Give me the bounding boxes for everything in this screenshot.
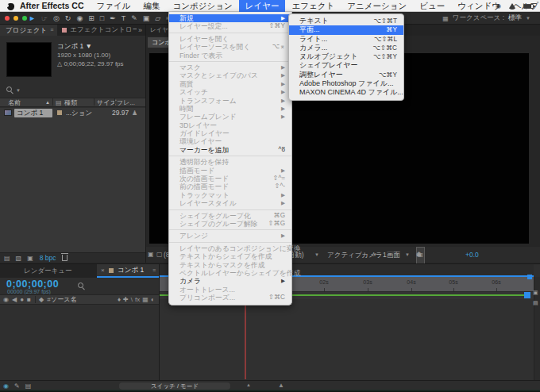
pen-tool-icon[interactable]: ✒ bbox=[110, 14, 116, 22]
av-feature-icons[interactable]: ◉◀●■ bbox=[3, 295, 31, 304]
clone-stamp-tool-icon[interactable]: ▣ bbox=[143, 14, 150, 22]
column-divider[interactable] bbox=[114, 98, 115, 106]
column-divider[interactable] bbox=[94, 98, 94, 106]
layer-menu-item[interactable]: レイヤーを開く bbox=[169, 35, 291, 43]
layer-menu-item[interactable]: 描画モード▶ bbox=[169, 167, 291, 175]
number-sign-icon[interactable]: # bbox=[47, 296, 50, 303]
new-comp-icon[interactable]: ▣ bbox=[27, 255, 33, 262]
menubar-item[interactable]: コンポジション bbox=[167, 0, 239, 12]
layer-menu-item[interactable]: 時間▶ bbox=[169, 105, 291, 113]
new-submenu-item[interactable]: シェイプレイヤー bbox=[289, 61, 403, 70]
comp-end-marker[interactable] bbox=[524, 292, 530, 298]
zoom-mountain-icon[interactable]: ▲ bbox=[278, 382, 284, 389]
show-snapshot-icon[interactable]: ▢ bbox=[156, 247, 163, 263]
label-color-swatch[interactable] bbox=[57, 110, 62, 115]
layer-menu-item[interactable]: マーカーを追加^8 bbox=[169, 146, 291, 154]
label-color-icon[interactable]: ◆ bbox=[39, 296, 44, 303]
screen-mirroring-icon[interactable]: ◉ bbox=[496, 2, 501, 10]
new-submenu-item[interactable]: ライト...⌥⇧⌘L bbox=[289, 35, 403, 44]
tab-render-queue[interactable]: レンダーキュー bbox=[24, 264, 72, 278]
new-submenu-item[interactable]: 平面...⌘Y bbox=[289, 25, 403, 34]
quality-icon[interactable]: \ bbox=[131, 296, 133, 303]
comp-marker-bin-icon[interactable]: ▣ bbox=[533, 290, 538, 296]
menubar-item[interactable]: After Effects CC bbox=[14, 0, 91, 12]
new-submenu-item[interactable]: MAXON CINEMA 4D ファイル... bbox=[289, 88, 403, 97]
layer-menu-item[interactable]: 新規▶ bbox=[169, 14, 291, 22]
layer-menu-item[interactable]: シェイプをグループ化⌘G bbox=[169, 212, 291, 220]
layer-menu-item[interactable]: トラックマット▶ bbox=[169, 191, 291, 199]
timeline-search-icon[interactable] bbox=[78, 282, 85, 290]
tab-overflow-indicator[interactable]: » bbox=[138, 25, 142, 36]
work-area-end-marker[interactable] bbox=[527, 275, 532, 279]
camera-tool-icon[interactable]: ◉ bbox=[76, 14, 83, 22]
zoom-window-button[interactable] bbox=[22, 16, 27, 21]
comp-item-name[interactable]: コンポ 1 bbox=[14, 109, 52, 117]
hand-tool-icon[interactable]: ☞ bbox=[41, 14, 48, 22]
layer-menu-item[interactable]: ベクトルレイヤーからシェイプを作成 bbox=[169, 269, 291, 277]
layer-menu-item[interactable]: 透明部分を保持 bbox=[169, 158, 291, 166]
audio-icon[interactable]: ◀ bbox=[12, 296, 17, 303]
view-layout-dropdown[interactable]: 1画面 bbox=[383, 247, 400, 263]
trash-icon[interactable] bbox=[62, 255, 68, 261]
selection-tool-icon[interactable]: ► bbox=[29, 14, 36, 22]
zoom-out-icon[interactable]: ▲ bbox=[246, 382, 251, 387]
layer-menu-item[interactable]: フレームブレンド▶ bbox=[169, 113, 291, 121]
sort-arrow-icon[interactable]: ▲ bbox=[45, 98, 50, 107]
table-row[interactable]: コンポ 1 ...ション 29.97 ♟ bbox=[0, 108, 145, 118]
tab-project[interactable]: プロジェクト ≡ bbox=[0, 25, 57, 36]
layer-menu-item[interactable]: テキストからシェイプを作成 bbox=[169, 252, 291, 260]
menubar-item[interactable]: ビュー bbox=[413, 0, 451, 12]
minimize-window-button[interactable] bbox=[14, 16, 18, 21]
workspace-switcher[interactable]: ▦ ワークスペース : 標準 ▼ bbox=[442, 12, 530, 25]
folder-icon[interactable]: ▧ bbox=[16, 255, 22, 262]
rotation-tool-icon[interactable]: ↻ bbox=[65, 14, 71, 22]
column-name[interactable]: 名前 bbox=[8, 98, 21, 107]
type-tool-icon[interactable]: T bbox=[122, 14, 126, 22]
layer-menu-item[interactable]: レイヤースタイル▶ bbox=[169, 199, 291, 207]
pan-behind-tool-icon[interactable]: ⊞ bbox=[88, 14, 94, 22]
layer-menu-item[interactable]: トランスフォーム▶ bbox=[169, 97, 291, 105]
close-window-button[interactable] bbox=[5, 16, 10, 21]
frame-blend-icon[interactable]: ▦ bbox=[142, 296, 148, 303]
project-bpc-button[interactable]: 8 bpc bbox=[40, 254, 56, 262]
layer-menu-item[interactable]: マスク▶ bbox=[169, 63, 291, 71]
menubar-item[interactable]: 編集 bbox=[137, 0, 167, 12]
switch-column-icons[interactable]: ♦✚\fx▦◐ bbox=[118, 295, 155, 304]
shy-icon[interactable]: ♦ bbox=[118, 296, 121, 303]
snapshot-icon[interactable]: ▣ bbox=[148, 247, 154, 263]
layer-menu-item[interactable]: ガイドレイヤー bbox=[169, 129, 291, 137]
exposure-icon[interactable]: ⊕ bbox=[416, 247, 422, 263]
graph-editor-icon[interactable]: ▤ bbox=[25, 382, 32, 390]
panel-menu-icon[interactable]: ≡ bbox=[152, 264, 156, 276]
brush-tool-icon[interactable]: ✎ bbox=[131, 14, 137, 22]
panel-menu-icon[interactable]: ≡ bbox=[50, 25, 53, 36]
menubar-item[interactable]: レイヤー bbox=[239, 0, 286, 12]
layer-menu-item[interactable]: プリコンポーズ...⇧⌘C bbox=[169, 294, 291, 302]
lock-icon[interactable]: ■ bbox=[27, 296, 31, 303]
battery-icon[interactable] bbox=[523, 4, 534, 9]
eye-icon[interactable]: ◉ bbox=[3, 296, 9, 303]
column-divider[interactable] bbox=[52, 98, 53, 106]
layer-menu-item[interactable]: レイヤー設定...⇧⌘Y bbox=[169, 22, 291, 30]
live-update-icon[interactable]: ◉ bbox=[3, 382, 9, 390]
layer-menu-item[interactable]: シェイプのグループ解除⇧⌘G bbox=[169, 220, 291, 228]
eraser-tool-icon[interactable]: ▱ bbox=[155, 14, 160, 22]
new-submenu-item[interactable]: テキスト⌥⇧⌘T bbox=[289, 17, 403, 25]
layer-menu-item[interactable]: テキストからマスクを作成 bbox=[169, 261, 291, 269]
layer-menu-item[interactable]: Finder で表示 bbox=[169, 52, 291, 60]
layer-menu-item[interactable]: 前の描画モード⇧^- bbox=[169, 183, 291, 190]
shape-tool-icon[interactable]: □ bbox=[100, 14, 104, 22]
switch-mode-button[interactable]: スイッチ / モード bbox=[119, 382, 230, 390]
motion-blur-icon[interactable]: ◐ bbox=[151, 296, 155, 303]
layer-menu-item[interactable]: アレンジ▶ bbox=[169, 232, 291, 240]
layer-menu-item[interactable]: レイヤーのあるコンポジションに変換 bbox=[169, 244, 291, 252]
project-search[interactable]: ▼ bbox=[6, 86, 21, 94]
layer-menu-item[interactable]: 環境レイヤー bbox=[169, 137, 291, 145]
current-timecode[interactable]: 0;00;00;00 bbox=[6, 279, 59, 290]
source-name-column[interactable]: ソース名 bbox=[51, 295, 76, 304]
tab-effect-controls[interactable]: エフェクトコントロール : bbox=[57, 25, 137, 35]
zoom-tool-icon[interactable]: ◎ bbox=[53, 14, 60, 22]
layer-menu-item[interactable]: レイヤーソースを開く⌥⌅ bbox=[169, 43, 291, 51]
new-submenu-item[interactable]: 調整レイヤー⌥⌘Y bbox=[289, 71, 403, 79]
exposure-value[interactable]: +0.0 bbox=[465, 247, 479, 263]
